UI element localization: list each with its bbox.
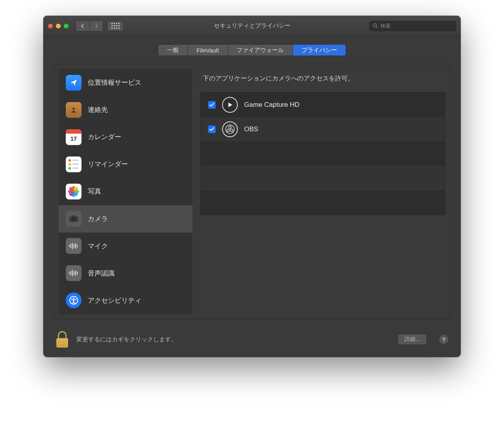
- sidebar-item-label: 写真: [88, 187, 101, 196]
- checkbox-obs[interactable]: [208, 125, 216, 133]
- play-icon: [226, 101, 233, 108]
- app-name: OBS: [244, 125, 258, 133]
- svg-point-23: [227, 129, 229, 132]
- app-icon-game-capture: [222, 97, 238, 113]
- app-row-game-capture: Game Capture HD: [201, 93, 445, 117]
- svg-point-2: [72, 108, 75, 110]
- checkbox-game-capture[interactable]: [208, 101, 216, 109]
- traffic-lights: [48, 24, 69, 28]
- sidebar-item-location[interactable]: 位置情報サービス: [59, 69, 193, 96]
- nav-group: [76, 20, 103, 32]
- app-row-empty: [201, 141, 445, 166]
- contacts-icon: [66, 102, 82, 118]
- chevron-right-icon: [94, 24, 98, 28]
- back-button[interactable]: [76, 21, 89, 31]
- svg-point-20: [73, 298, 74, 299]
- grid-icon: [111, 23, 120, 29]
- panel-description: 下のアプリケーションにカメラへのアクセスを許可。: [200, 71, 445, 92]
- chevron-left-icon: [81, 24, 85, 28]
- app-list: Game Capture HD OBS: [200, 92, 445, 215]
- zoom-window-button[interactable]: [64, 24, 69, 28]
- reminders-icon: [66, 156, 82, 172]
- app-row-empty: [201, 166, 445, 190]
- app-name: Game Capture HD: [244, 101, 300, 109]
- preferences-window: セキュリティとプライバシー 検索 一般 FileVault ファイアウォール プ…: [43, 16, 461, 357]
- minimize-window-button[interactable]: [56, 24, 61, 28]
- titlebar: セキュリティとプライバシー 検索: [43, 16, 461, 36]
- sidebar-item-camera[interactable]: カメラ: [59, 205, 193, 233]
- show-all-button[interactable]: [107, 21, 124, 31]
- sidebar-item-label: 音声認識: [88, 269, 115, 278]
- sidebar-item-speech[interactable]: 音声認識: [59, 260, 193, 287]
- tab-privacy[interactable]: プライバシー: [293, 45, 346, 56]
- app-row-empty: [201, 190, 445, 215]
- tabs-container: 一般 FileVault ファイアウォール プライバシー: [43, 36, 461, 56]
- content-pane: 位置情報サービス 連絡先 17 カレンダー リマインダー: [54, 64, 450, 319]
- microphone-icon: [66, 238, 82, 254]
- svg-rect-6: [72, 215, 75, 217]
- sidebar-item-label: マイク: [88, 242, 108, 251]
- lock-button[interactable]: [55, 331, 69, 348]
- svg-point-0: [373, 24, 376, 27]
- detail-pane: 下のアプリケーションにカメラへのアクセスを許可。 Game Capture HD: [200, 69, 445, 314]
- sidebar-item-label: リマインダー: [88, 160, 128, 169]
- svg-point-5: [72, 218, 75, 220]
- sidebar-item-label: カレンダー: [88, 132, 121, 141]
- check-icon: [209, 127, 214, 131]
- search-icon: [373, 23, 378, 28]
- forward-button[interactable]: [89, 21, 103, 31]
- search-placeholder: 検索: [380, 22, 391, 30]
- svg-point-24: [230, 129, 233, 132]
- app-row-obs: OBS: [201, 117, 445, 141]
- sidebar-item-photos[interactable]: 写真: [59, 178, 193, 205]
- close-window-button[interactable]: [48, 24, 53, 28]
- sidebar-item-label: カメラ: [88, 214, 108, 223]
- help-button[interactable]: ?: [439, 334, 449, 344]
- sidebar-item-contacts[interactable]: 連絡先: [59, 96, 193, 123]
- sidebar-item-calendar[interactable]: 17 カレンダー: [59, 123, 193, 151]
- tab-general[interactable]: 一般: [158, 45, 187, 56]
- tabs: 一般 FileVault ファイアウォール プライバシー: [158, 44, 346, 56]
- svg-point-22: [229, 126, 231, 128]
- location-icon: [66, 75, 82, 91]
- obs-icon: [225, 124, 235, 134]
- search-field[interactable]: 検索: [369, 21, 456, 31]
- sidebar-item-reminders[interactable]: リマインダー: [59, 151, 193, 178]
- speech-recognition-icon: [66, 265, 82, 281]
- calendar-icon: 17: [66, 129, 82, 145]
- sidebar-item-label: 連絡先: [88, 105, 108, 114]
- tab-filevault[interactable]: FileVault: [187, 45, 228, 56]
- accessibility-icon: [66, 292, 82, 308]
- sidebar-item-label: 位置情報サービス: [88, 78, 141, 87]
- lock-icon: [58, 331, 67, 339]
- camera-icon: [66, 211, 82, 227]
- footer: 変更するにはカギをクリックします。 詳細... ?: [43, 326, 461, 357]
- advanced-button[interactable]: 詳細...: [398, 334, 427, 345]
- app-icon-obs: [222, 121, 238, 137]
- sidebar-item-label: アクセシビリティ: [88, 296, 141, 305]
- lock-message: 変更するにはカギをクリックします。: [76, 336, 391, 343]
- sidebar-item-microphone[interactable]: マイク: [59, 233, 193, 260]
- window-title: セキュリティとプライバシー: [214, 22, 291, 30]
- tab-firewall[interactable]: ファイアウォール: [228, 45, 293, 56]
- svg-line-1: [376, 26, 378, 28]
- check-icon: [209, 103, 214, 107]
- sidebar-item-accessibility[interactable]: アクセシビリティ: [59, 287, 193, 314]
- photos-icon: [66, 184, 82, 199]
- privacy-sidebar: 位置情報サービス 連絡先 17 カレンダー リマインダー: [59, 69, 193, 314]
